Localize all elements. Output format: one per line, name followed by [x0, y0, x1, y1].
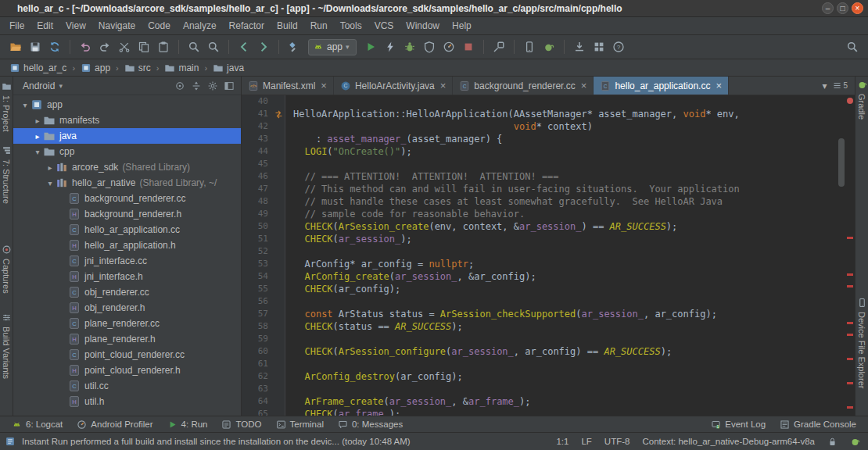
- tree-item-jni-interface-cc[interactable]: Cjni_interface.cc: [13, 253, 241, 269]
- close-icon[interactable]: ×: [440, 80, 447, 91]
- tree-toggle-icon[interactable]: ▾: [32, 148, 43, 156]
- line-number[interactable]: 57: [242, 308, 273, 320]
- status-encoding[interactable]: UTF-8: [604, 437, 630, 446]
- menu-tools[interactable]: Tools: [334, 18, 368, 34]
- code-text[interactable]: CHECK(ArSession_configure(ar_session_, a…: [285, 345, 672, 358]
- menu-refactor[interactable]: Refactor: [223, 18, 271, 34]
- lock-icon[interactable]: [827, 437, 838, 447]
- paste-button[interactable]: [154, 38, 173, 56]
- code-text[interactable]: CHECK(ar_session_);: [285, 233, 412, 245]
- editor-tabs-list-icon[interactable]: 5: [832, 80, 848, 91]
- code-text[interactable]: CHECK(ArSession_create(env, context, &ar…: [285, 220, 677, 233]
- code-text[interactable]: // must handle these cases at least some…: [285, 195, 723, 208]
- tool-button-structure[interactable]: 7: Structure: [2, 145, 12, 204]
- tree-item-cpp[interactable]: ▾cpp: [13, 144, 241, 159]
- code-text[interactable]: [285, 95, 293, 108]
- line-number[interactable]: 62: [242, 370, 273, 383]
- breadcrumb-main[interactable]: main: [163, 62, 200, 73]
- redo-button[interactable]: [95, 38, 114, 56]
- line-number[interactable]: 45: [242, 158, 273, 170]
- tree-item-app[interactable]: ▾app: [13, 97, 241, 112]
- tab-manifest-xml[interactable]: </>Manifest.xml×: [242, 77, 334, 95]
- editor-scrollbar[interactable]: [838, 95, 845, 416]
- code-text[interactable]: CHECK(ar_frame_);: [285, 408, 400, 416]
- line-number[interactable]: 60: [242, 345, 273, 358]
- line-number[interactable]: 40: [242, 95, 273, 108]
- forward-button[interactable]: [254, 38, 273, 56]
- status-context[interactable]: Context: hello_ar_native-Debug-arm64-v8a: [642, 437, 815, 446]
- collapse-all-icon[interactable]: [191, 80, 202, 91]
- menu-file[interactable]: File: [3, 18, 30, 34]
- close-icon[interactable]: ×: [321, 80, 327, 91]
- tool-button-project[interactable]: 1: Project: [2, 81, 12, 131]
- make-project-button[interactable]: [285, 38, 303, 56]
- copy-button[interactable]: [135, 38, 153, 56]
- profile-button[interactable]: [439, 38, 458, 56]
- code-text[interactable]: [285, 383, 293, 395]
- code-text[interactable]: [285, 245, 293, 258]
- line-number[interactable]: 64: [242, 395, 273, 408]
- code-text[interactable]: void* context): [285, 120, 593, 133]
- run-with-coverage-button[interactable]: [420, 38, 439, 56]
- code-text[interactable]: [285, 158, 293, 170]
- code-text[interactable]: // This method can and will fail in user…: [285, 183, 740, 195]
- line-number[interactable]: 59: [242, 333, 273, 345]
- sdk-manager-button[interactable]: [570, 38, 589, 56]
- code-text[interactable]: ArConfig_create(ar_session_, &ar_config)…: [285, 270, 536, 283]
- tree-item-util-cc[interactable]: Cutil.cc: [13, 378, 241, 394]
- hide-panel-icon[interactable]: [224, 80, 235, 91]
- code-text[interactable]: ArFrame_create(ar_session_, &ar_frame_);: [285, 395, 531, 408]
- tab-background-renderer-cc[interactable]: Cbackground_renderer.cc×: [453, 77, 594, 95]
- tree-item-background-renderer-h[interactable]: Hbackground_renderer.h: [13, 206, 241, 222]
- error-stripe-mark[interactable]: [847, 334, 853, 336]
- menu-vcs[interactable]: VCS: [368, 18, 400, 34]
- hidden-tabs-dropdown-icon[interactable]: ▾: [822, 80, 827, 91]
- tool-button-device-file-explorer[interactable]: Device File Explorer: [857, 298, 867, 388]
- tool-window-button-gradle-console[interactable]: Gradle Console: [773, 416, 863, 432]
- tree-item-hello-ar-application-h[interactable]: Hhello_ar_application.h: [13, 238, 241, 253]
- breadcrumb-hello-ar-c[interactable]: hello_ar_c: [8, 62, 68, 73]
- tool-window-button-event-log[interactable]: 1Event Log: [704, 416, 773, 432]
- apply-changes-button[interactable]: [381, 38, 400, 56]
- debug-button[interactable]: [400, 38, 419, 56]
- code-text[interactable]: CHECK(ar_config);: [285, 283, 400, 295]
- error-stripe-mark[interactable]: [847, 406, 853, 409]
- sync-project-with-gradle-button[interactable]: [540, 38, 558, 56]
- status-caret-position[interactable]: 1:1: [556, 437, 569, 446]
- menu-run[interactable]: Run: [304, 18, 334, 34]
- project-structure-button[interactable]: [590, 38, 608, 56]
- stop-button[interactable]: [459, 38, 478, 56]
- breadcrumb-app[interactable]: app: [79, 62, 112, 73]
- open-button[interactable]: [6, 38, 25, 56]
- tool-window-button-todo[interactable]: TODO: [214, 416, 268, 432]
- status-message[interactable]: Instant Run performed a full build and i…: [22, 437, 411, 446]
- code-text[interactable]: CHECK(status == AR_SUCCESS);: [285, 320, 463, 333]
- code-text[interactable]: // === ATTENTION! ATTENTION! ATTENTION! …: [285, 170, 559, 183]
- breadcrumb-java[interactable]: java: [211, 62, 246, 73]
- line-number[interactable]: 47: [242, 183, 273, 195]
- minimize-button[interactable]: –: [822, 2, 834, 14]
- tree-item-arcore-sdk[interactable]: ▸arcore_sdk(Shared Library): [13, 159, 241, 175]
- breadcrumb-src[interactable]: src: [123, 62, 152, 73]
- code-text[interactable]: const ArStatus status = ArSession_checkS…: [285, 308, 717, 320]
- gradle-status-icon[interactable]: [850, 437, 860, 447]
- error-stripe-mark[interactable]: [847, 237, 853, 239]
- project-view-selector[interactable]: Android ▾: [23, 80, 63, 91]
- tree-item-point-cloud-renderer-h[interactable]: Hpoint_cloud_renderer.h: [13, 362, 241, 378]
- tool-window-button-terminal[interactable]: Terminal: [269, 416, 331, 432]
- locate-icon[interactable]: [174, 80, 185, 91]
- line-number[interactable]: 44: [242, 145, 273, 158]
- code-text[interactable]: // sample code for reasonable behavior.: [285, 208, 525, 220]
- instant-run-notification-icon[interactable]: [5, 436, 16, 447]
- code-text[interactable]: HelloArApplication::HelloArApplication(A…: [285, 108, 740, 120]
- tool-window-button-logcat[interactable]: 6: Logcat: [5, 416, 70, 432]
- tree-item-plane-renderer-h[interactable]: Hplane_renderer.h: [13, 331, 241, 347]
- line-number[interactable]: 43: [242, 133, 273, 145]
- line-number[interactable]: 53: [242, 258, 273, 270]
- line-number[interactable]: 49: [242, 208, 273, 220]
- line-number[interactable]: 55: [242, 283, 273, 295]
- line-number[interactable]: 58: [242, 320, 273, 333]
- search-everywhere-button[interactable]: [843, 38, 862, 56]
- line-number[interactable]: 48: [242, 195, 273, 208]
- tree-item-background-renderer-cc[interactable]: Cbackground_renderer.cc: [13, 191, 241, 206]
